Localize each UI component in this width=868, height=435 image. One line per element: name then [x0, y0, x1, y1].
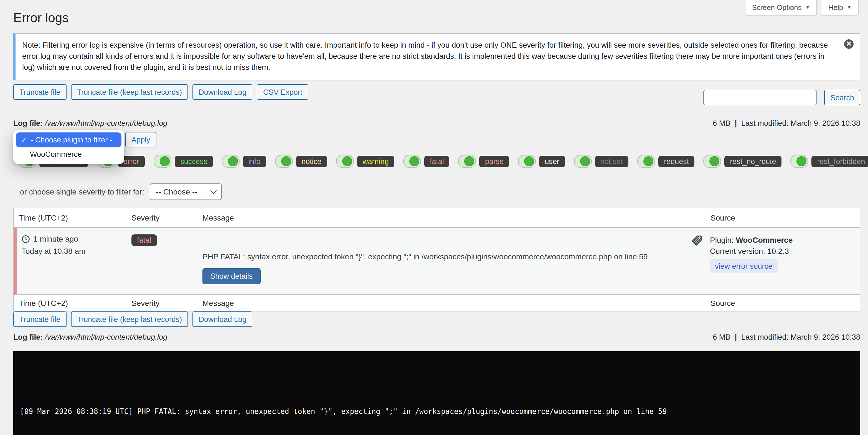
log-file-label: Log file: [13, 119, 43, 128]
toggle-knob [281, 156, 291, 166]
time-absolute: Today at 10:38 am [22, 246, 131, 256]
severity-toggle-switch[interactable] [790, 155, 808, 168]
separator: | [733, 119, 739, 128]
severity-toggle-group: notice [275, 155, 327, 168]
severity-toggle-row: deprecated error success info notice [18, 155, 868, 168]
table-row: 1 minute ago Today at 10:38 am fatal PHP… [14, 227, 860, 295]
error-message: PHP FATAL: syntax error, unexpected toke… [203, 252, 690, 261]
severity-badge: rest_forbidden [812, 156, 868, 167]
page-background: Screen Options ▼ Help ▼ Error logs Note:… [0, 0, 868, 435]
severity-toggle-group: parse [458, 155, 509, 168]
dropdown-option-woocommerce[interactable]: WooCommerce [16, 147, 121, 161]
chevron-down-icon: ▼ [806, 5, 810, 10]
message-cell: PHP FATAL: syntax error, unexpected toke… [203, 228, 690, 294]
log-file-info: Log file: /var/www/html/wp-content/debug… [13, 333, 860, 341]
source-plugin-label: Plugin: [710, 235, 734, 244]
file-size: 6 MB [713, 333, 731, 341]
severity-toggle-group: request [637, 155, 694, 168]
single-severity-label: or choose single severity to filter for: [20, 187, 144, 196]
severity-toggle-switch[interactable] [574, 155, 591, 168]
action-button[interactable]: CSV Export [257, 84, 308, 100]
log-file-info: Log file: /var/www/html/wp-content/debug… [13, 119, 860, 128]
severity-badge: info [243, 156, 266, 167]
source-cell: Plugin: WooCommerce Current version: 10.… [690, 228, 860, 294]
severity-badge: request [658, 156, 694, 167]
severity-toggle-group: success [154, 155, 213, 168]
column-message: Message [203, 213, 690, 222]
severity-toggle-switch[interactable] [637, 155, 655, 168]
log-file-value: /var/www/html/wp-content/debug.log [45, 333, 167, 341]
toggle-knob [524, 156, 534, 166]
raw-log-console: [09-Mar-2026 08:38:19 UTC] PHP FATAL: sy… [13, 351, 860, 435]
severity-badge: rest_no_route [724, 156, 782, 167]
log-file-label: Log file: [13, 333, 43, 341]
time-relative: 1 minute ago [33, 234, 78, 243]
column-time: Time (UTC+2) [14, 299, 131, 307]
source-version: Current version: 10.2.3 [710, 246, 793, 257]
log-file-path: Log file: /var/www/html/wp-content/debug… [13, 119, 167, 128]
column-source: Source [690, 299, 860, 307]
severity-badge: fatal [131, 234, 157, 246]
error-log-table: Time (UTC+2) Severity Message Source 1 m… [13, 208, 860, 311]
dropdown-selected-label: - Choose plugin to filter - [31, 136, 112, 144]
severity-toggle-switch[interactable] [154, 155, 172, 168]
column-time: Time (UTC+2) [14, 213, 131, 222]
severity-toggle-switch[interactable] [518, 155, 536, 168]
plugin-filter-dropdown: ✓ - Choose plugin to filter - WooCommerc… [13, 130, 124, 164]
severity-toggle-switch[interactable] [336, 155, 353, 168]
time-cell: 1 minute ago Today at 10:38 am [17, 228, 131, 294]
severity-toggle-switch[interactable] [275, 155, 292, 168]
action-button[interactable]: Truncate file (keep last records) [71, 84, 188, 100]
severity-badge: success [175, 156, 213, 167]
search-input[interactable] [703, 90, 817, 105]
file-size: 6 MB [713, 119, 731, 128]
bottom-action-buttons: Truncate file Truncate file (keep last r… [13, 311, 253, 327]
severity-toggle-group: rest_no_route [703, 155, 782, 168]
help-label: Help [828, 3, 843, 12]
top-action-buttons: Truncate file Truncate file (keep last r… [13, 84, 308, 100]
single-severity-row: or choose single severity to filter for:… [20, 183, 222, 200]
toggle-knob [643, 156, 653, 166]
chevron-down-icon [211, 188, 217, 194]
dropdown-option-selected[interactable]: ✓ - Choose plugin to filter - [16, 132, 121, 147]
severity-toggle-switch[interactable] [458, 155, 476, 168]
severity-toggle-switch[interactable] [403, 155, 421, 168]
severity-toggle-group: info [222, 155, 266, 168]
action-button[interactable]: Download Log [192, 311, 253, 327]
column-severity: Severity [131, 299, 203, 307]
chevron-down-icon: ▼ [847, 5, 851, 10]
select-value: -- Choose -- [156, 187, 197, 196]
action-button[interactable]: Truncate file (keep last records) [71, 311, 188, 327]
last-modified: Last modified: March 9, 2026 10:38 [741, 119, 860, 128]
severity-toggle-switch[interactable] [222, 155, 240, 168]
toggle-knob [465, 156, 474, 166]
search-button[interactable]: Search [824, 90, 860, 105]
action-button[interactable]: Truncate file [13, 84, 67, 100]
show-details-button[interactable]: Show details [203, 268, 260, 284]
tag-icon [690, 234, 703, 246]
source-plugin-name: WooCommerce [736, 235, 793, 244]
toggle-knob [409, 156, 419, 166]
column-message: Message [203, 299, 690, 307]
log-line: [09-Mar-2026 08:38:19 UTC] PHP FATAL: sy… [20, 407, 854, 417]
severity-badge: not set [595, 156, 628, 167]
action-button[interactable]: Download Log [192, 84, 253, 100]
action-button[interactable]: Truncate file [13, 311, 67, 327]
severity-toggle-group: not set [574, 155, 628, 168]
single-severity-select[interactable]: -- Choose -- [150, 183, 222, 200]
toggle-knob [797, 156, 807, 166]
toggle-knob [342, 156, 352, 166]
dismiss-notice-icon[interactable]: ✕ [844, 39, 854, 49]
severity-badge: notice [296, 156, 327, 167]
apply-filter-button[interactable]: Apply [125, 132, 156, 147]
clock-icon [22, 235, 30, 243]
severity-toggle-switch[interactable] [703, 155, 721, 168]
log-file-path: Log file: /var/www/html/wp-content/debug… [13, 333, 167, 341]
screen-options-button[interactable]: Screen Options ▼ [745, 0, 817, 15]
help-button[interactable]: Help ▼ [821, 0, 859, 15]
view-error-source-link[interactable]: view error source [710, 259, 777, 273]
severity-toggle-group: fatal [403, 155, 450, 168]
severity-toggle-group: rest_forbidden [790, 155, 868, 168]
severity-toggle-group: user [518, 155, 565, 168]
severity-badge: user [539, 156, 565, 167]
